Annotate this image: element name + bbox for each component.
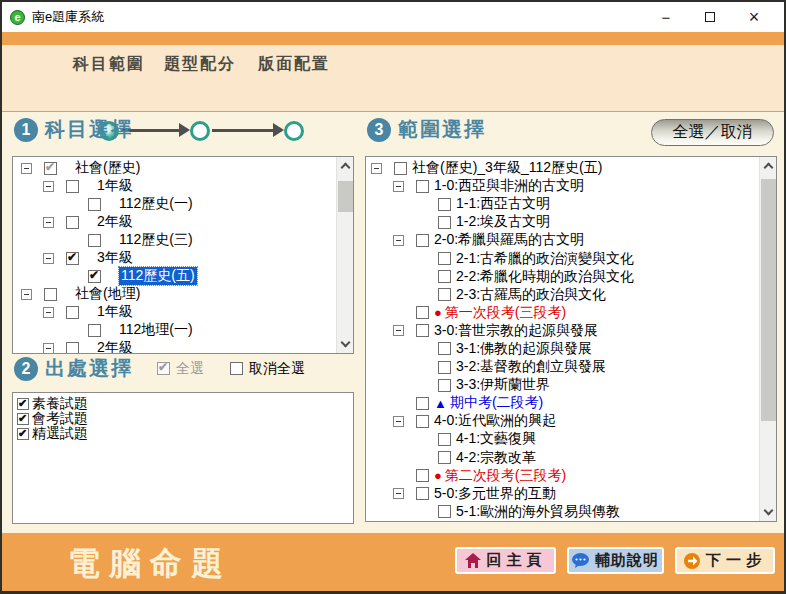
tree-checkbox[interactable] (416, 415, 429, 428)
tree-item-label[interactable]: 第二次段考(三段考) (445, 467, 566, 485)
tree-item-label[interactable]: 112地理(一) (119, 321, 193, 339)
scrollbar-thumb[interactable] (338, 181, 353, 212)
tree-item[interactable]: 1-0:西亞與非洲的古文明 (366, 177, 776, 195)
expand-toggle-icon[interactable] (393, 235, 404, 246)
tree-checkbox[interactable] (438, 505, 451, 518)
tree-item[interactable]: 4-1:文藝復興 (366, 430, 776, 448)
tree-item[interactable]: 3-1:佛教的起源與發展 (366, 340, 776, 358)
tree-item-label[interactable]: 2年級 (97, 339, 133, 354)
tree-item[interactable]: 2年級 (13, 339, 353, 354)
tree-item[interactable]: 社會(地理) (13, 285, 353, 303)
source-checkbox[interactable] (17, 413, 29, 425)
tree-item[interactable]: ● 第二次段考(三段考) (366, 467, 776, 485)
scrollbar-thumb[interactable] (761, 179, 776, 421)
tree-item-label[interactable]: 3-2:基督教的創立與發展 (456, 358, 606, 376)
tree-checkbox[interactable] (438, 451, 451, 464)
tree-item[interactable]: 5-0:多元世界的互動 (366, 485, 776, 503)
tree-item[interactable]: 2-3:古羅馬的政治與文化 (366, 286, 776, 304)
close-button[interactable]: × (732, 3, 776, 31)
tree-checkbox[interactable] (438, 270, 451, 283)
tree-item[interactable]: 3-2:基督教的創立與發展 (366, 358, 776, 376)
expand-toggle-icon[interactable] (393, 416, 404, 427)
source-checkbox[interactable] (17, 428, 29, 440)
tree-checkbox[interactable] (416, 234, 429, 247)
scroll-up-icon[interactable] (341, 163, 351, 173)
select-all-checkbox[interactable]: 全選 (157, 360, 204, 378)
tree-item-label[interactable]: 2-1:古希臘的政治演變與文化 (456, 250, 634, 268)
tree-item-label[interactable]: 1年級 (97, 303, 133, 321)
tree-checkbox[interactable] (416, 469, 429, 482)
tree-checkbox[interactable] (88, 234, 101, 247)
expand-toggle-icon[interactable] (43, 217, 54, 228)
tree-item-label[interactable]: 5-1:歐洲的海外貿易與傳教 (456, 503, 620, 521)
tree-item-label[interactable]: 112歷史(三) (119, 231, 193, 249)
tree-item-label[interactable]: 4-1:文藝復興 (456, 430, 536, 448)
tree-item[interactable]: 3年級 (13, 249, 353, 267)
tree-checkbox[interactable] (88, 270, 101, 283)
tree-checkbox[interactable] (438, 433, 451, 446)
expand-toggle-icon[interactable] (393, 181, 404, 192)
home-button[interactable]: 回主頁 (455, 547, 556, 574)
tree-item-label[interactable]: 3-1:佛教的起源與發展 (456, 340, 592, 358)
scroll-up-icon[interactable] (764, 163, 774, 173)
tree-item[interactable]: 2-0:希臘與羅馬的古文明 (366, 231, 776, 249)
tree-item-label[interactable]: 社會(歷史)_3年級_112歷史(五) (412, 159, 602, 177)
tree-checkbox[interactable] (88, 198, 101, 211)
tree-item-label[interactable]: 期中考(二段考) (450, 394, 543, 412)
tree-checkbox[interactable] (44, 162, 57, 175)
tree-item[interactable]: 112歷史(一) (13, 195, 353, 213)
tree-item-label[interactable]: 3-3:伊斯蘭世界 (456, 376, 550, 394)
tree-checkbox[interactable] (394, 162, 407, 175)
tree-item-label[interactable]: 5-0:多元世界的互動 (434, 485, 556, 503)
scroll-down-icon[interactable] (764, 506, 774, 516)
subject-tree-scrollbar[interactable] (336, 157, 353, 353)
tree-item-label[interactable]: 112歷史(一) (119, 195, 193, 213)
tree-item[interactable]: 3-3:伊斯蘭世界 (366, 376, 776, 394)
tree-item-label[interactable]: 社會(地理) (75, 285, 140, 303)
tree-item-label[interactable]: 4-0:近代歐洲的興起 (434, 412, 556, 430)
expand-toggle-icon[interactable] (43, 307, 54, 318)
tree-checkbox[interactable] (416, 397, 429, 410)
tree-checkbox[interactable] (66, 216, 79, 229)
tree-item-label[interactable]: 1-2:埃及古文明 (456, 213, 550, 231)
tree-item[interactable]: 2-1:古希臘的政治演變與文化 (366, 249, 776, 267)
tree-checkbox[interactable] (438, 342, 451, 355)
expand-toggle-icon[interactable] (21, 289, 32, 300)
tree-checkbox[interactable] (66, 342, 79, 355)
tree-item[interactable]: 社會(歷史)_3年級_112歷史(五) (366, 159, 776, 177)
select-toggle-all-button[interactable]: 全選／取消 (651, 119, 774, 146)
tree-item[interactable]: 4-0:近代歐洲的興起 (366, 412, 776, 430)
minimize-button[interactable]: − (644, 3, 688, 31)
tree-item[interactable]: 1-1:西亞古文明 (366, 195, 776, 213)
expand-toggle-icon[interactable] (371, 163, 382, 174)
tree-item-label[interactable]: 112歷史(五) (119, 267, 197, 285)
expand-toggle-icon[interactable] (393, 488, 404, 499)
tree-checkbox[interactable] (66, 306, 79, 319)
tree-checkbox[interactable] (438, 216, 451, 229)
tree-item[interactable]: 112歷史(三) (13, 231, 353, 249)
expand-toggle-icon[interactable] (393, 325, 404, 336)
tree-checkbox[interactable] (416, 306, 429, 319)
tree-item[interactable]: 社會(歷史) (13, 159, 353, 177)
deselect-all-checkbox[interactable]: 取消全選 (230, 360, 305, 378)
tree-item[interactable]: 4-2:宗教改革 (366, 449, 776, 467)
tree-checkbox[interactable] (438, 252, 451, 265)
tree-item[interactable]: 2-2:希臘化時期的政治與文化 (366, 268, 776, 286)
tree-checkbox[interactable] (438, 379, 451, 392)
tree-item[interactable]: 112歷史(五) (13, 267, 353, 285)
tree-checkbox[interactable] (88, 324, 101, 337)
tree-item-label[interactable]: 3-0:普世宗教的起源與發展 (434, 322, 598, 340)
expand-toggle-icon[interactable] (21, 163, 32, 174)
tree-checkbox[interactable] (416, 324, 429, 337)
tree-item[interactable]: ▲ 期中考(二段考) (366, 394, 776, 412)
tree-item-label[interactable]: 第一次段考(三段考) (445, 304, 566, 322)
tree-item-label[interactable]: 4-2:宗教改革 (456, 449, 536, 467)
tree-checkbox[interactable] (66, 180, 79, 193)
tree-checkbox[interactable] (438, 361, 451, 374)
tree-item-label[interactable]: 1年級 (97, 177, 133, 195)
expand-toggle-icon[interactable] (43, 253, 54, 264)
tree-item[interactable]: 1年級 (13, 303, 353, 321)
tree-item-label[interactable]: 3年級 (97, 249, 133, 267)
source-list-item[interactable]: 精選試題 (17, 426, 349, 441)
tree-item-label[interactable]: 2年級 (97, 213, 133, 231)
